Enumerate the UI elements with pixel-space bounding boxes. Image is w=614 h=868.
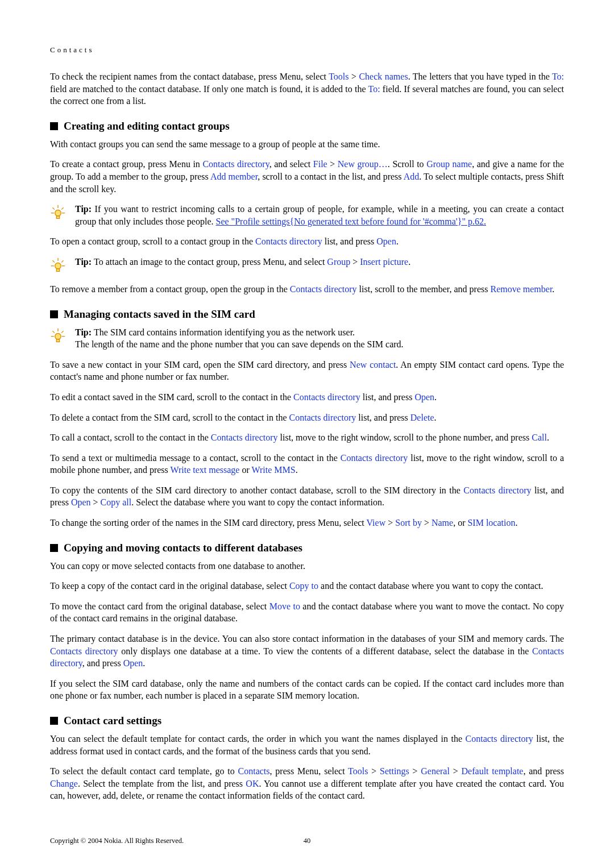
header-label: Contacts	[50, 45, 564, 55]
link-to-field[interactable]: To:	[552, 72, 564, 81]
link-move-to[interactable]: Move to	[269, 601, 300, 611]
link-new-group[interactable]: New group…	[338, 159, 388, 169]
tip-block: Tip: The SIM card contains information i…	[50, 326, 564, 351]
link-add[interactable]: Add	[404, 172, 420, 181]
link-name[interactable]: Name	[432, 518, 453, 528]
link-file[interactable]: File	[313, 159, 327, 169]
link-contacts-directory[interactable]: Contacts directory	[211, 433, 278, 442]
link-group[interactable]: Group	[327, 257, 350, 267]
link-open[interactable]: Open	[376, 236, 396, 246]
tip-label: Tip:	[75, 257, 94, 267]
link-profile-settings[interactable]: See "Profile settings{No generated text …	[216, 217, 486, 226]
svg-line-10	[61, 260, 64, 263]
svg-point-0	[55, 210, 61, 217]
page-number: 40	[304, 837, 311, 845]
svg-rect-20	[56, 339, 59, 342]
link-contacts-directory[interactable]: Contacts directory	[50, 646, 118, 656]
lightbulb-icon	[50, 326, 75, 346]
tip-label: Tip:	[75, 327, 94, 337]
copyright-text: Copyright © 2004 Nokia. All Rights Reser…	[50, 837, 184, 845]
svg-line-16	[52, 331, 55, 333]
lightbulb-icon	[50, 256, 75, 275]
link-general[interactable]: General	[421, 766, 450, 776]
link-group-name[interactable]: Group name	[426, 159, 472, 169]
section-heading: Creating and editing contact groups	[50, 120, 564, 132]
link-open[interactable]: Open	[414, 392, 434, 402]
link-copy-to[interactable]: Copy to	[289, 581, 318, 591]
link-sort-by[interactable]: Sort by	[395, 518, 422, 528]
svg-point-7	[55, 263, 61, 269]
body-text: With contact groups you can send the sam…	[50, 138, 564, 151]
link-open[interactable]: Open	[123, 658, 143, 668]
link-tools[interactable]: Tools	[348, 766, 368, 776]
section-heading: Contact card settings	[50, 715, 564, 727]
link-copy-all[interactable]: Copy all	[101, 497, 132, 507]
link-contacts-directory[interactable]: Contacts directory	[202, 159, 269, 169]
body-text: To copy the contents of the SIM card dir…	[50, 484, 564, 509]
link-open[interactable]: Open	[71, 497, 91, 507]
body-text: To open a contact group, scroll to a con…	[50, 235, 564, 248]
link-insert-picture[interactable]: Insert picture	[360, 257, 408, 267]
svg-rect-6	[56, 216, 59, 218]
link-add-member[interactable]: Add member	[210, 172, 258, 181]
tip-block: Tip: If you want to restrict incoming ca…	[50, 203, 564, 227]
link-check-names[interactable]: Check names	[359, 72, 408, 81]
link-sim-location[interactable]: SIM location	[467, 518, 515, 528]
link-write-text-message[interactable]: Write text message	[170, 465, 239, 475]
bullet-icon	[50, 717, 58, 725]
link-change[interactable]: Change	[50, 779, 78, 788]
link-contacts-directory[interactable]: Contacts directory	[289, 413, 356, 422]
page-content: Contacts To check the recipient names fr…	[0, 0, 614, 833]
svg-line-3	[61, 207, 64, 210]
svg-line-17	[61, 331, 64, 333]
link-delete[interactable]: Delete	[410, 413, 434, 422]
lightbulb-icon	[50, 203, 75, 222]
footer: Copyright © 2004 Nokia. All Rights Reser…	[50, 837, 564, 845]
body-text: To send a text or multimedia message to …	[50, 452, 564, 476]
link-to-field2[interactable]: To:	[368, 84, 380, 94]
section-heading: Managing contacts saved in the SIM card	[50, 308, 564, 321]
svg-point-14	[55, 333, 61, 339]
link-contacts-directory[interactable]: Contacts directory	[255, 236, 322, 246]
link-view[interactable]: View	[367, 518, 386, 528]
svg-line-2	[52, 207, 55, 210]
link-call[interactable]: Call	[532, 433, 547, 442]
link-tools[interactable]: Tools	[329, 72, 349, 81]
link-contacts-directory[interactable]: Contacts directory	[463, 485, 531, 495]
tip-label: Tip:	[75, 204, 95, 214]
section-heading: Copying and moving contacts to different…	[50, 542, 564, 554]
link-ok[interactable]: OK	[246, 779, 259, 788]
link-contacts-directory[interactable]: Contacts directory	[293, 392, 360, 402]
body-text: To keep a copy of the contact card in th…	[50, 580, 564, 592]
body-text: The primary contact database is in the d…	[50, 633, 564, 670]
body-text: If you select the SIM card database, onl…	[50, 678, 564, 702]
bullet-icon	[50, 310, 58, 318]
link-write-mms[interactable]: Write MMS	[252, 465, 296, 475]
bullet-icon	[50, 544, 58, 552]
link-contacts-directory[interactable]: Contacts directory	[341, 453, 408, 463]
bullet-icon	[50, 122, 58, 130]
link-settings[interactable]: Settings	[380, 766, 409, 776]
body-text: To create a contact group, press Menu in…	[50, 158, 564, 195]
body-text: To move the contact card from the origin…	[50, 600, 564, 625]
body-text: You can select the default template for …	[50, 733, 564, 757]
link-new-contact[interactable]: New contact	[350, 360, 396, 369]
body-text: To delete a contact from the SIM card, s…	[50, 412, 564, 424]
body-text: To select the default contact card templ…	[50, 765, 564, 802]
link-contacts-directory[interactable]: Contacts directory	[290, 284, 357, 294]
body-text: To call a contact, scroll to the contact…	[50, 431, 564, 444]
link-remove-member[interactable]: Remove member	[490, 284, 552, 294]
body-text: To change the sorting order of the names…	[50, 517, 564, 529]
intro-paragraph: To check the recipient names from the co…	[50, 70, 564, 107]
body-text: To remove a member from a contact group,…	[50, 283, 564, 296]
svg-rect-13	[56, 269, 59, 271]
svg-line-9	[52, 260, 55, 263]
tip-block: Tip: To attach an image to the contact g…	[50, 256, 564, 275]
body-text: You can copy or move selected contacts f…	[50, 560, 564, 572]
body-text: To edit a contact saved in the SIM card,…	[50, 391, 564, 404]
link-contacts-directory[interactable]: Contacts directory	[466, 734, 533, 744]
link-default-template[interactable]: Default template	[462, 766, 524, 776]
body-text: To save a new contact in your SIM card, …	[50, 359, 564, 383]
link-contacts[interactable]: Contacts	[238, 766, 270, 776]
